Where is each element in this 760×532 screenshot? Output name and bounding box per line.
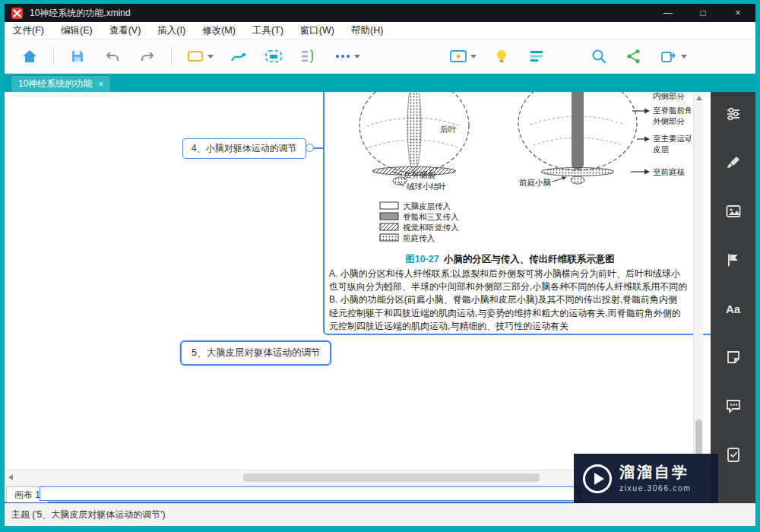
relationship-button[interactable] bbox=[227, 44, 250, 68]
label-flocculonodular: 绒球小结叶 bbox=[407, 182, 447, 191]
cerebellum-figure: 后叶 后外侧裂 绒球小结叶 前庭小脑 至脊髓前角 内侧部分 bbox=[328, 92, 691, 255]
watermark-subtitle: zixue.3066.com bbox=[619, 483, 692, 492]
label-output-2-line1: 至主要运动 bbox=[653, 134, 691, 143]
menu-help[interactable]: 帮助(H) bbox=[343, 22, 391, 40]
zoom-button[interactable] bbox=[587, 44, 610, 68]
topic-node-5-label: 5、大脑皮层对躯体运动的调节 bbox=[192, 347, 320, 358]
export-button[interactable] bbox=[657, 44, 689, 68]
watermark-logo-icon bbox=[583, 464, 612, 493]
image-icon bbox=[725, 203, 742, 220]
format-panel-button[interactable] bbox=[724, 104, 743, 124]
figure-caption: 图10-27小脑的分区与传入、传出纤维联系示意图 bbox=[323, 253, 697, 266]
mindmap-canvas[interactable]: 后叶 后外侧裂 绒球小结叶 前庭小脑 至脊髓前角 内侧部分 bbox=[5, 92, 711, 470]
topic-node-4[interactable]: 4、小脑对躯体运动的调节 bbox=[182, 138, 306, 159]
status-text: 主题 ('5、大脑皮层对躯体运动的调节') bbox=[11, 508, 166, 521]
window-controls: — □ × bbox=[651, 4, 755, 22]
idea-button[interactable] bbox=[490, 44, 513, 68]
summary-button[interactable] bbox=[297, 44, 320, 68]
statusbar: 主题 ('5、大脑皮层对躯体运动的调节') bbox=[5, 503, 755, 526]
marker-button[interactable] bbox=[724, 250, 743, 270]
body-line-2: 也可纵向分为蚓部、半球的中间部和外侧部三部分,小脑各种不同的传人纤维联系用不同的 bbox=[329, 280, 693, 293]
minimize-button[interactable]: — bbox=[651, 4, 686, 22]
document-tab[interactable]: 10神经系统的功能 × bbox=[11, 75, 111, 92]
more-icon bbox=[334, 47, 352, 65]
brush-icon bbox=[725, 154, 742, 171]
legend-item-4: 前庭传入 bbox=[403, 233, 435, 242]
redo-button[interactable] bbox=[136, 44, 159, 68]
topic-node-4-label: 4、小脑对躯体运动的调节 bbox=[192, 143, 297, 154]
style-brush-button[interactable] bbox=[724, 153, 743, 173]
figure-caption-text: 小脑的分区与传入、传出纤维联系示意图 bbox=[444, 254, 615, 264]
comment-button[interactable] bbox=[724, 396, 743, 416]
more-tools-button[interactable] bbox=[332, 44, 362, 68]
document-tab-label: 10神经系统的功能 bbox=[18, 78, 92, 90]
share-button[interactable] bbox=[622, 44, 645, 68]
font-icon: Aa bbox=[726, 302, 740, 315]
magnifier-icon bbox=[590, 47, 608, 65]
watermark: 溜溜自学 zixue.3066.com bbox=[574, 454, 718, 503]
home-icon bbox=[21, 47, 39, 65]
vertical-scrollbar[interactable] bbox=[693, 92, 703, 470]
boundary-button[interactable] bbox=[262, 44, 285, 68]
maximize-button[interactable]: □ bbox=[686, 4, 720, 22]
lightbulb-icon bbox=[492, 47, 511, 65]
sheet-filter-box[interactable] bbox=[40, 486, 588, 501]
insert-image-button[interactable] bbox=[724, 201, 743, 221]
undo-icon bbox=[103, 47, 122, 65]
topic-node-5-selected[interactable]: 5、大脑皮层对躯体运动的调节 bbox=[180, 340, 331, 366]
sticker-icon bbox=[725, 349, 742, 366]
menubar: 文件(F) 编辑(E) 查看(V) 插入(I) 修改(M) 工具(T) 窗口(W… bbox=[5, 22, 755, 40]
notes-button[interactable] bbox=[525, 44, 548, 68]
scroll-left-arrow-icon[interactable] bbox=[8, 474, 13, 480]
menu-window[interactable]: 窗口(W) bbox=[292, 22, 343, 40]
chevron-down-icon[interactable] bbox=[354, 55, 360, 59]
menu-modify[interactable]: 修改(M) bbox=[194, 22, 244, 40]
menu-view[interactable]: 查看(V) bbox=[101, 22, 150, 40]
label-output-3: 至前庭核 bbox=[653, 167, 686, 176]
menu-file[interactable]: 文件(F) bbox=[5, 22, 52, 40]
label-posterolateral-fissure: 后外侧裂 bbox=[404, 170, 436, 179]
summary-icon bbox=[299, 47, 318, 65]
save-icon bbox=[68, 47, 87, 65]
menu-tools[interactable]: 工具(T) bbox=[244, 22, 292, 40]
boundary-icon bbox=[264, 47, 283, 65]
chevron-down-icon[interactable] bbox=[681, 55, 687, 59]
presentation-button[interactable] bbox=[447, 44, 478, 68]
horizontal-scroll-thumb[interactable] bbox=[243, 473, 540, 482]
body-line-4: 经元控制躯干和四肢近端的肌肉运动,与姿势的维持和粗大的运动有关,而脊髓前角外侧的 bbox=[329, 307, 693, 320]
xmind-logo-icon bbox=[11, 8, 23, 19]
topic-icon bbox=[185, 47, 205, 65]
figure-caption-number: 图10-27 bbox=[405, 254, 439, 264]
document-tabbar: 10神经系统的功能 × bbox=[5, 74, 755, 92]
comment-icon bbox=[725, 397, 742, 414]
relationship-icon bbox=[229, 47, 249, 65]
window-title: 10神经系统的功能.xmind bbox=[30, 7, 651, 20]
label-output-1-line2: 外侧部分 bbox=[653, 116, 686, 125]
chevron-down-icon[interactable] bbox=[470, 55, 477, 59]
tab-close-icon[interactable]: × bbox=[98, 80, 103, 89]
home-button[interactable] bbox=[18, 44, 41, 68]
insert-topic-button[interactable] bbox=[184, 44, 215, 68]
sticker-button[interactable] bbox=[724, 347, 743, 367]
menu-edit[interactable]: 编辑(E) bbox=[52, 22, 101, 40]
scroll-up-arrow-icon[interactable] bbox=[696, 96, 702, 100]
font-panel-button[interactable]: Aa bbox=[724, 299, 743, 318]
sheet-tab-label: 画布 1 bbox=[14, 489, 40, 502]
redo-icon bbox=[138, 47, 157, 65]
collapse-handle[interactable] bbox=[306, 144, 314, 152]
titlebar: 10神经系统的功能.xmind — □ × bbox=[5, 4, 755, 22]
share-icon bbox=[625, 47, 643, 65]
close-button[interactable]: × bbox=[720, 4, 755, 22]
save-button[interactable] bbox=[66, 44, 89, 68]
task-button[interactable] bbox=[724, 445, 743, 464]
watermark-text: 溜溜自学 zixue.3066.com bbox=[619, 464, 692, 492]
toolbar bbox=[5, 40, 755, 74]
menu-insert[interactable]: 插入(I) bbox=[149, 22, 194, 40]
undo-button[interactable] bbox=[101, 44, 124, 68]
toolbar-separator bbox=[171, 47, 172, 65]
vertical-scroll-thumb[interactable] bbox=[695, 420, 702, 458]
chevron-down-icon[interactable] bbox=[207, 55, 214, 59]
body-line-5: 元控制四肢近远端的肌肉运动,与精细的、技巧性的运动有关 bbox=[329, 320, 693, 333]
legend-item-3: 视觉和听觉传入 bbox=[403, 223, 459, 232]
notes-icon bbox=[527, 47, 546, 65]
